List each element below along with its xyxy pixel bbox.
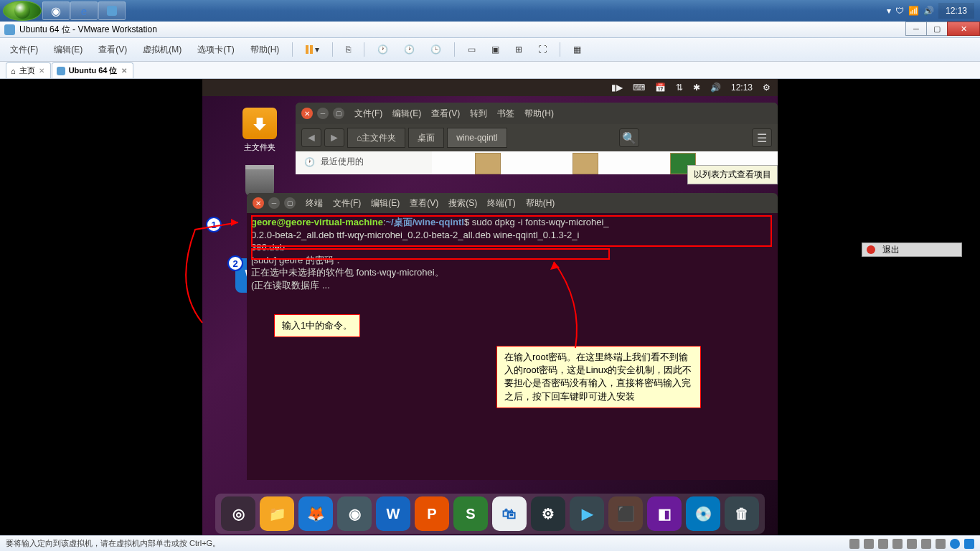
dock-terminal[interactable]: ⬛ <box>608 496 643 531</box>
dock-software[interactable]: 🛍 <box>492 496 527 531</box>
snapshot-icon[interactable]: ⎘ <box>343 43 354 56</box>
pause-button[interactable]: ▾ <box>303 43 322 56</box>
dock-files[interactable]: 📁 <box>260 496 294 531</box>
dock-chromium[interactable]: ◉ <box>337 496 372 531</box>
tray-shield-icon[interactable]: 🛡 <box>895 6 904 16</box>
terminal-menu-view[interactable]: 查看(V) <box>410 197 438 209</box>
dock-dash[interactable]: ◎ <box>221 496 255 531</box>
network-icon[interactable]: ⇅ <box>676 83 683 93</box>
nautilus-menu-edit[interactable]: 编辑(E) <box>392 108 421 120</box>
device-sound-icon[interactable] <box>907 539 917 549</box>
nautilus-menu-bookmarks[interactable]: 书签 <box>497 108 514 120</box>
breadcrumb-desktop[interactable]: 桌面 <box>408 128 444 148</box>
maximize-button[interactable]: ▢ <box>926 22 948 36</box>
dock-trash[interactable]: 🗑 <box>725 496 759 531</box>
terminal-minimize-button[interactable]: ─ <box>268 197 280 209</box>
device-net-icon[interactable] <box>878 539 888 549</box>
close-tab-icon[interactable]: ✕ <box>39 67 44 75</box>
desktop-home-folder[interactable]: 主文件夹 <box>238 108 281 153</box>
dock-firefox[interactable]: 🦊 <box>298 496 333 531</box>
ubuntu-clock[interactable]: 12:13 <box>731 83 753 93</box>
snapshot-manage-icon[interactable]: 🕒 <box>428 43 444 56</box>
dock-disc[interactable]: 💿 <box>686 496 720 531</box>
dock-settings[interactable]: ⚙ <box>531 496 565 531</box>
vmware-icon <box>4 24 15 35</box>
nav-back-button[interactable]: ◄ <box>301 128 321 147</box>
exit-button[interactable]: 退出 <box>862 242 962 257</box>
menu-file[interactable]: 文件(F) <box>7 42 41 57</box>
file-icon[interactable] <box>475 153 501 174</box>
taskbar-item-vmware[interactable] <box>98 1 126 20</box>
terminal-menu-edit[interactable]: 编辑(E) <box>371 197 400 209</box>
menu-vm[interactable]: 虚拟机(M) <box>140 42 184 57</box>
device-display-icon[interactable] <box>936 539 946 549</box>
tab-home[interactable]: ⌂ 主页 ✕ <box>6 62 51 78</box>
library-icon[interactable]: ▦ <box>570 43 584 56</box>
nautilus-close-button[interactable]: ✕ <box>301 108 313 119</box>
dock-player[interactable]: ▶ <box>570 496 604 531</box>
ubuntu-top-panel: ▮▶ ⌨ 📅 ⇅ ✱ 🔊 12:13 ⚙ <box>202 79 778 96</box>
taskbar-clock[interactable]: 12:13 <box>938 3 974 19</box>
battery-icon[interactable]: ▮▶ <box>611 83 623 93</box>
terminal-menu-search[interactable]: 搜索(S) <box>448 197 477 209</box>
calendar-icon[interactable]: 📅 <box>655 83 666 93</box>
clock-icon: 🕐 <box>304 157 315 167</box>
view-fullscreen-icon[interactable]: ⛶ <box>535 43 550 56</box>
volume-icon[interactable]: 🔊 <box>710 83 721 93</box>
view-unity-icon[interactable]: ▣ <box>489 43 502 56</box>
snapshot-revert-icon[interactable]: 🕑 <box>401 43 418 56</box>
device-ime-icon[interactable] <box>964 539 974 549</box>
file-icon[interactable] <box>573 153 598 174</box>
nautilus-menu-file[interactable]: 文件(F) <box>354 108 382 120</box>
snapshot-take-icon[interactable]: 🕐 <box>374 43 391 56</box>
device-printer-icon[interactable] <box>921 539 931 549</box>
nautilus-menu-view[interactable]: 查看(V) <box>431 108 460 120</box>
breadcrumb-wine[interactable]: wine-qqintl <box>447 128 507 148</box>
device-info-icon[interactable] <box>950 539 960 549</box>
sidebar-recent[interactable]: 🕐最近使用的 <box>296 151 432 172</box>
sidebar-home[interactable]: ⌂Home <box>296 172 432 174</box>
terminal-titlebar: ✕ ─ ▢ 终端 文件(F) 编辑(E) 查看(V) 搜索(S) 终端(T) 帮… <box>247 193 778 213</box>
vm-display-area[interactable]: ▮▶ ⌨ 📅 ⇅ ✱ 🔊 12:13 ⚙ 主文件夹 W ✕ ─ <box>0 79 980 535</box>
view-thumb-icon[interactable]: ⊞ <box>512 43 525 56</box>
terminal-menu-terminal[interactable]: 终端(T) <box>487 197 515 209</box>
tray-volume-icon[interactable]: 🔊 <box>923 6 934 16</box>
keyboard-icon[interactable]: ⌨ <box>633 83 645 93</box>
gear-icon[interactable]: ⚙ <box>763 83 771 93</box>
search-button[interactable]: 🔍 <box>619 128 639 147</box>
menu-edit[interactable]: 编辑(E) <box>51 42 85 57</box>
start-button[interactable] <box>3 1 42 21</box>
device-usb-icon[interactable] <box>892 539 903 549</box>
device-hdd-icon[interactable] <box>849 539 859 549</box>
terminal-menu-file[interactable]: 文件(F) <box>333 197 361 209</box>
menu-view[interactable]: 查看(V) <box>95 42 130 57</box>
tray-arrow-icon[interactable]: ▾ <box>887 6 891 16</box>
nautilus-menu-goto[interactable]: 转到 <box>470 108 487 120</box>
nautilus-minimize-button[interactable]: ─ <box>317 108 329 119</box>
dock-tweaks[interactable]: ◧ <box>647 496 682 531</box>
terminal-menu-help[interactable]: 帮助(H) <box>526 197 555 209</box>
list-view-button[interactable]: ☰ <box>752 128 772 147</box>
nav-forward-button[interactable]: ► <box>324 128 344 147</box>
terminal-maximize-button[interactable]: ▢ <box>284 197 296 209</box>
taskbar-item-browser[interactable]: ◉ <box>42 1 70 20</box>
dock-wps-s[interactable]: S <box>453 496 488 531</box>
device-cd-icon[interactable] <box>864 539 874 549</box>
tab-ubuntu[interactable]: Ubuntu 64 位 ✕ <box>52 62 133 78</box>
close-tab-icon[interactable]: ✕ <box>121 67 127 75</box>
svg-marker-0 <box>231 219 238 226</box>
terminal-close-button[interactable]: ✕ <box>253 197 264 209</box>
bluetooth-icon[interactable]: ✱ <box>693 83 700 93</box>
nautilus-menu-help[interactable]: 帮助(H) <box>524 108 554 120</box>
close-button[interactable]: ✕ <box>947 22 980 36</box>
dock-wps-p[interactable]: P <box>415 496 449 531</box>
dock-wps-w[interactable]: W <box>376 496 410 531</box>
view-single-icon[interactable]: ▭ <box>465 43 479 56</box>
taskbar-item-ie[interactable]: e <box>70 1 98 20</box>
nautilus-maximize-button[interactable]: ▢ <box>333 108 344 119</box>
menu-tabs[interactable]: 选项卡(T) <box>194 42 237 57</box>
menu-help[interactable]: 帮助(H) <box>248 42 283 57</box>
breadcrumb-home[interactable]: ⌂ 主文件夹 <box>347 128 405 148</box>
tray-network-icon[interactable]: 📶 <box>908 6 919 16</box>
minimize-button[interactable]: ─ <box>905 22 927 36</box>
